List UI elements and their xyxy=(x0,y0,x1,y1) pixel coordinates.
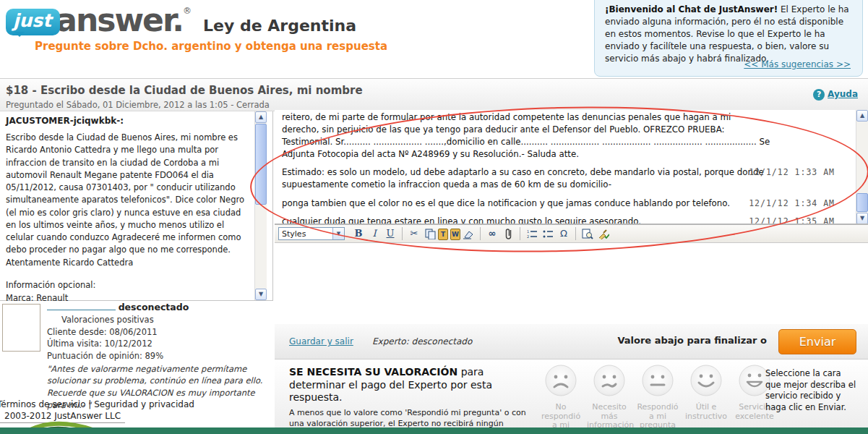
message-text: ponga tambien que el color no es el que … xyxy=(282,198,730,208)
styles-dropdown[interactable]: Styles ▼ xyxy=(278,227,345,240)
footer-links[interactable]: Términos de servicio | Seguridad y priva… xyxy=(0,399,270,409)
spellcheck-icon[interactable] xyxy=(596,226,611,241)
action-bar: Guardar y salir Experto: desconectado Va… xyxy=(275,324,868,359)
ordered-list-icon[interactable]: 12 xyxy=(525,226,539,241)
rating-option-label: Respondió a mi pregunta xyxy=(635,403,680,430)
copy-icon[interactable] xyxy=(423,226,437,241)
message-text: Estimado: es solo un modelo, ud debe ada… xyxy=(282,167,764,190)
welcome-chat-box: ¡Bienvenido al Chat de JustAnswer! El Ex… xyxy=(594,0,863,77)
face-smile-icon[interactable] xyxy=(689,364,723,397)
rating-option-no-respondio[interactable]: No respondió a mi pregunta xyxy=(538,364,583,434)
paste-text-icon[interactable]: T xyxy=(438,229,448,240)
link-icon[interactable]: ∞ xyxy=(485,226,499,241)
message-timestamp: 12/1/12 1:35 AM xyxy=(749,216,835,224)
rating-option-label: Necesito más información xyxy=(587,403,632,430)
expert-info-panel: desconectado Valoraciones positivas Clie… xyxy=(0,301,273,399)
chat-scrollbar[interactable]: ▲ ▼ xyxy=(856,110,868,224)
question-title: $18 - Escribo desde la Ciudad de Buenos … xyxy=(6,84,363,97)
paperclip-icon[interactable] xyxy=(501,226,515,241)
save-and-exit-link[interactable]: Guardar y salir xyxy=(289,336,353,346)
chat-message: Estimado: es solo un modelo, ud debe ada… xyxy=(275,162,868,192)
face-sad-icon[interactable] xyxy=(544,364,577,397)
app-header: justanswer.®Ley de Argentina Pregunte so… xyxy=(0,0,868,80)
message-text: cualquier duda que tenga estare en linea… xyxy=(282,216,641,224)
security-seal-logo xyxy=(6,414,114,428)
client-since: Cliente desde: 08/06/2011 xyxy=(47,326,270,339)
svg-text:2: 2 xyxy=(527,234,529,239)
optional-info-label: Información opcional: xyxy=(6,279,252,292)
question-body: Escribo desde la Ciudad de Buenos Aires,… xyxy=(6,132,252,269)
expert-name-redacted xyxy=(47,302,116,310)
question-panel-scrollbar[interactable]: ▲ ▼ xyxy=(254,111,267,300)
question-subtitle: Preguntado el Sábado, 01 Diciembre, 2012… xyxy=(6,100,270,110)
question-header-bar: $18 - Escribo desde la Ciudad de Buenos … xyxy=(0,78,868,111)
rating-heading: SE NECESITA SU VALORACIÓN xyxy=(289,366,457,378)
rating-section: SE NECESITA SU VALORACIÓN para determina… xyxy=(275,359,868,428)
send-button[interactable]: Enviar xyxy=(778,329,856,354)
registered-mark: ® xyxy=(183,6,192,16)
rating-option-util[interactable]: Útil e instructivo xyxy=(684,364,729,434)
face-neutral-icon[interactable] xyxy=(641,364,674,397)
bullet-list-icon[interactable] xyxy=(541,226,555,241)
scroll-down-icon[interactable]: ▼ xyxy=(255,289,267,300)
chat-message: cualquier duda que tenga estare en linea… xyxy=(275,211,868,224)
expert-status-label: desconectado xyxy=(119,302,189,312)
expert-avatar xyxy=(2,304,40,352)
help-area: ?Ayuda xyxy=(813,89,858,101)
more-suggestions-link[interactable]: << Más sugerencias >> xyxy=(744,59,851,71)
scrollbar-thumb[interactable] xyxy=(255,124,267,205)
svg-text:1: 1 xyxy=(527,229,529,234)
scroll-up-icon[interactable]: ▲ xyxy=(255,111,267,123)
logo-speech-bubble-icon: just xyxy=(6,9,60,35)
page-title: Ley de Argentina xyxy=(203,17,356,35)
opinion-score: Puntuación de opinión: 89% xyxy=(47,350,270,362)
rating-option-respondio[interactable]: Respondió a mi pregunta xyxy=(635,364,680,434)
scroll-up-icon[interactable]: ▲ xyxy=(856,110,868,122)
justanswer-logo[interactable]: justanswer.®Ley de Argentina xyxy=(6,1,356,40)
editor-toolbar: Styles ▼ B I U ✂ T W ∞ 12 Ω xyxy=(275,224,868,243)
paste-word-icon[interactable]: W xyxy=(450,229,460,240)
scrollbar-thumb[interactable] xyxy=(856,193,868,212)
bold-button[interactable]: B xyxy=(351,226,366,241)
last-visit: Última visita: 10/12/2012 xyxy=(47,338,270,350)
chat-message: reitero, de mi parte de formular por ant… xyxy=(275,110,868,162)
chevron-down-icon: ▼ xyxy=(332,228,344,239)
cut-icon[interactable]: ✂ xyxy=(407,226,421,241)
bottom-edge-bar xyxy=(0,427,868,434)
positive-ratings-label: Valoraciones positivas xyxy=(47,314,270,326)
message-timestamp: 12/1/12 1:33 AM xyxy=(749,166,835,179)
special-character-icon[interactable]: Ω xyxy=(557,226,571,241)
rating-option-necesito-mas[interactable]: Necesito más información xyxy=(587,364,632,434)
expert-connection-status: Experto: desconectado xyxy=(372,336,472,346)
message-timestamp: 12/1/12 1:34 AM xyxy=(749,197,835,210)
welcome-title: ¡Bienvenido al Chat de JustAnswer! xyxy=(605,4,778,14)
face-skeptical-icon[interactable] xyxy=(593,364,626,397)
styles-dropdown-value: Styles xyxy=(282,229,306,239)
scroll-down-icon[interactable]: ▼ xyxy=(856,213,868,224)
eraser-icon[interactable] xyxy=(461,226,476,241)
reply-compose-area[interactable] xyxy=(275,243,868,324)
customer-username: JACUSTOMER-jciqwkbk-: xyxy=(6,114,252,127)
help-link[interactable]: Ayuda xyxy=(828,89,858,99)
chat-message: ponga tambien que el color no es el que … xyxy=(275,193,868,211)
rating-option-label: Útil e instructivo xyxy=(684,403,729,421)
underline-button[interactable]: U xyxy=(383,226,398,241)
italic-button[interactable]: I xyxy=(367,226,382,241)
rating-instruction: Seleccione la cara que mejor describa el… xyxy=(765,368,858,413)
preview-icon[interactable] xyxy=(580,226,595,241)
customer-question-panel: JACUSTOMER-jciqwkbk-: Escribo desde la C… xyxy=(0,111,273,301)
chat-messages-panel: reitero, de mi parte de formular por ant… xyxy=(275,110,868,224)
message-text: reitero, de mi parte de formular por ant… xyxy=(282,112,770,159)
tagline: Pregunte sobre Dcho. argentino y obtenga… xyxy=(35,40,387,53)
logo-wordmark: answer. xyxy=(56,1,183,38)
help-icon[interactable]: ? xyxy=(813,89,825,101)
rate-below-label: Valore abajo para finalizar o xyxy=(617,335,767,346)
